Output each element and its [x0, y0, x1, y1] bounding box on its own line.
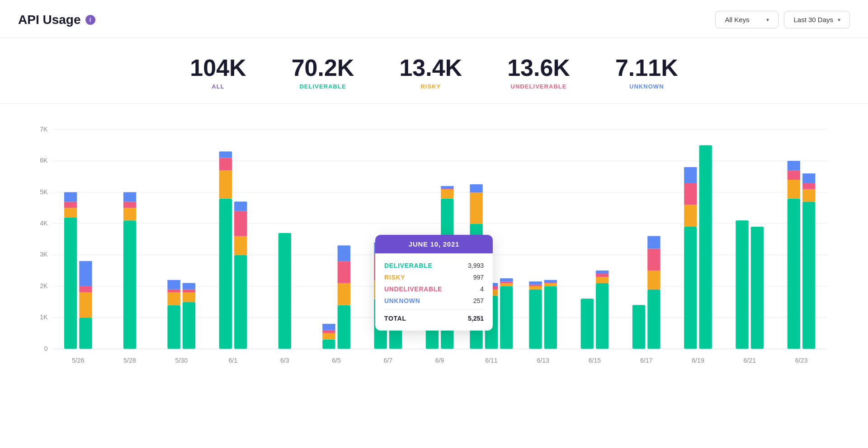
- svg-rect-141: [751, 227, 764, 349]
- keys-filter-dropdown[interactable]: All Keys ▾: [715, 11, 778, 28]
- svg-rect-23: [79, 286, 92, 293]
- svg-text:5K: 5K: [40, 188, 48, 196]
- svg-rect-83: [441, 189, 453, 199]
- stat-value: 104K: [190, 56, 246, 79]
- svg-rect-51: [234, 211, 247, 236]
- svg-rect-48: [219, 152, 232, 154]
- svg-rect-42: [183, 283, 195, 286]
- svg-text:6/17: 6/17: [640, 357, 653, 364]
- svg-rect-100: [500, 281, 513, 283]
- info-icon[interactable]: i: [85, 15, 95, 25]
- svg-rect-64: [338, 283, 350, 305]
- tooltip-row: RISKY 997: [384, 271, 484, 283]
- svg-rect-149: [802, 202, 815, 349]
- stat-label: UNKNOWN: [615, 83, 678, 90]
- stat-item-unknown: 7.11K UNKNOWN: [615, 56, 678, 90]
- stat-label: UNDELIVERABLE: [507, 83, 570, 90]
- svg-rect-28: [123, 208, 136, 220]
- stat-value: 70.2K: [292, 56, 354, 79]
- period-filter-dropdown[interactable]: Last 30 Days ▾: [784, 11, 850, 28]
- svg-rect-109: [544, 286, 557, 349]
- tooltip-row-value: 4: [480, 285, 484, 293]
- svg-rect-121: [596, 271, 609, 273]
- svg-rect-119: [596, 274, 609, 277]
- svg-rect-151: [802, 183, 815, 189]
- svg-rect-150: [802, 189, 815, 202]
- svg-rect-146: [788, 170, 800, 180]
- svg-rect-113: [544, 280, 557, 283]
- svg-rect-139: [736, 220, 748, 349]
- svg-text:6/7: 6/7: [384, 357, 393, 364]
- stat-item-undeliverable: 13.6K UNDELIVERABLE: [507, 56, 570, 90]
- svg-rect-53: [234, 202, 247, 205]
- svg-rect-117: [596, 283, 609, 349]
- svg-rect-118: [596, 277, 609, 283]
- tooltip-row-label: DELIVERABLE: [384, 262, 433, 269]
- svg-rect-35: [167, 289, 180, 293]
- svg-rect-133: [684, 183, 697, 205]
- tooltip-row-value: 997: [473, 274, 484, 281]
- chart-section: 01K2K3K4K5K6K7K5/265/285/306/16/36/56/76…: [0, 104, 868, 397]
- tooltip-row: UNKNOWN 257: [384, 295, 484, 307]
- svg-text:5/26: 5/26: [72, 357, 85, 364]
- tooltip-row-label: RISKY: [384, 274, 405, 281]
- tooltip-row-value: 257: [473, 297, 484, 304]
- tooltip-row-value: 3,993: [468, 262, 484, 269]
- svg-rect-136: [699, 145, 712, 349]
- stat-value: 13.4K: [399, 56, 462, 79]
- svg-rect-99: [500, 283, 513, 286]
- svg-text:6/15: 6/15: [589, 357, 601, 364]
- svg-text:0: 0: [44, 345, 48, 352]
- svg-rect-142: [751, 227, 764, 229]
- svg-rect-131: [684, 227, 697, 349]
- svg-rect-37: [167, 280, 180, 283]
- svg-rect-46: [219, 158, 232, 170]
- svg-rect-59: [322, 333, 335, 340]
- svg-text:1K: 1K: [40, 313, 48, 321]
- tooltip-divider: [384, 309, 484, 310]
- svg-rect-137: [699, 145, 712, 148]
- svg-rect-140: [736, 220, 748, 223]
- title-area: API Usage i: [18, 13, 95, 27]
- svg-rect-38: [183, 302, 195, 349]
- svg-rect-124: [632, 305, 645, 308]
- svg-rect-24: [79, 261, 92, 286]
- svg-rect-135: [684, 167, 697, 170]
- svg-rect-126: [647, 271, 660, 289]
- svg-text:7K: 7K: [40, 126, 48, 133]
- svg-rect-127: [647, 249, 660, 271]
- stat-item-all: 104K ALL: [190, 56, 246, 90]
- svg-rect-98: [500, 286, 513, 349]
- svg-rect-153: [802, 173, 815, 176]
- stat-label: DELIVERABLE: [292, 83, 354, 90]
- tooltip-row: DELIVERABLE 3,993: [384, 260, 484, 271]
- svg-text:4K: 4K: [40, 219, 48, 227]
- svg-text:2K: 2K: [40, 282, 48, 289]
- svg-rect-20: [64, 192, 77, 195]
- svg-rect-31: [123, 192, 136, 195]
- tooltip: JUNE 10, 2021 DELIVERABLE 3,993 RISKY 99…: [375, 235, 493, 331]
- svg-rect-125: [647, 289, 660, 349]
- svg-text:6/19: 6/19: [692, 357, 704, 364]
- tooltip-total-value: 5,251: [468, 315, 484, 322]
- tooltip-row-label: UNDELIVERABLE: [384, 285, 442, 293]
- svg-rect-65: [338, 261, 350, 283]
- svg-text:6/23: 6/23: [795, 357, 808, 364]
- svg-text:6/3: 6/3: [280, 357, 289, 364]
- svg-rect-129: [647, 236, 660, 239]
- svg-rect-89: [470, 192, 482, 224]
- svg-rect-108: [529, 281, 542, 284]
- svg-rect-106: [529, 285, 542, 286]
- svg-text:6/1: 6/1: [229, 357, 238, 364]
- svg-rect-58: [322, 340, 335, 349]
- svg-rect-21: [79, 317, 92, 349]
- svg-rect-148: [788, 161, 800, 163]
- period-filter-label: Last 30 Days: [793, 16, 833, 23]
- page-header: API Usage i All Keys ▾ Last 30 Days ▾: [0, 0, 868, 38]
- tooltip-total-row: TOTAL 5,251: [384, 313, 484, 324]
- svg-rect-49: [234, 255, 247, 349]
- svg-text:3K: 3K: [40, 251, 48, 258]
- svg-rect-34: [167, 293, 180, 305]
- stat-value: 7.11K: [615, 56, 678, 79]
- svg-rect-50: [234, 236, 247, 255]
